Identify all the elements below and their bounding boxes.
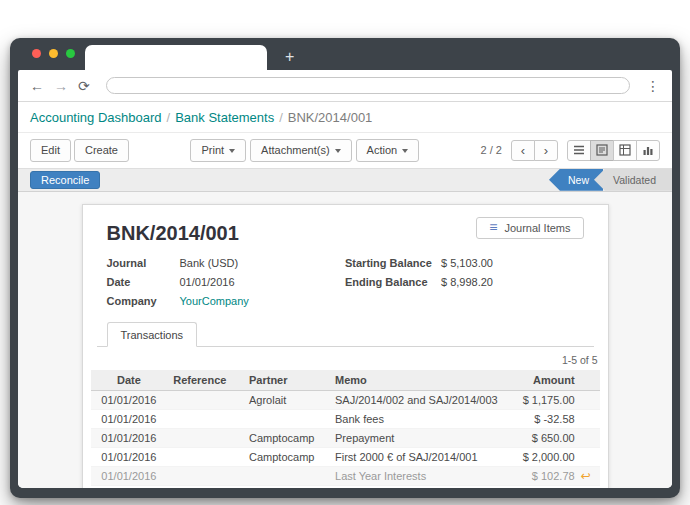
cell-reference xyxy=(167,447,243,466)
browser-window: + ← → ⟳ ⋮ Accounting Dashboard/Bank Stat… xyxy=(10,38,680,498)
cell-partner: Camptocamp xyxy=(243,447,329,466)
cell-partner xyxy=(243,466,329,485)
column-header-partner[interactable]: Partner xyxy=(243,370,329,391)
odoo-app: Accounting Dashboard/Bank Statements/BNK… xyxy=(18,102,672,488)
table-row[interactable]: 01/01/2016 Bank fees $ -32.58 xyxy=(91,409,600,428)
close-button[interactable] xyxy=(32,49,41,58)
cell-amount: $ 650.00 xyxy=(504,428,581,447)
cell-memo: First 2000 € of SAJ/2014/001 xyxy=(329,447,504,466)
list-pager-value: 1-5 of 5 xyxy=(93,354,598,366)
cell-partner: Camptocamp xyxy=(243,428,329,447)
date-field-label: Date xyxy=(107,276,180,288)
form-view-button[interactable] xyxy=(590,140,614,161)
cell-actions xyxy=(581,447,600,466)
minimize-button[interactable] xyxy=(49,49,58,58)
edit-button[interactable]: Edit xyxy=(30,139,71,162)
new-tab-button[interactable]: + xyxy=(285,49,294,65)
action-dropdown-button[interactable]: Action xyxy=(356,139,420,162)
cell-amount: $ 1,175.00 xyxy=(504,390,581,409)
ending-balance-label: Ending Balance xyxy=(345,276,441,288)
bank-statement-sheet: ≡ Journal Items BNK/2014/001 Journal Ban… xyxy=(82,204,609,488)
cell-partner: Agrolait xyxy=(243,390,329,409)
breadcrumb-bank-statements[interactable]: Bank Statements xyxy=(175,110,274,125)
form-view-container: ≡ Journal Items BNK/2014/001 Journal Ban… xyxy=(18,192,672,488)
create-button[interactable]: Create xyxy=(74,139,129,162)
cell-reference xyxy=(167,428,243,447)
column-header-reference[interactable]: Reference xyxy=(167,370,243,391)
company-field-link[interactable]: YourCompany xyxy=(180,295,249,307)
control-panel: Edit Create Print Attachment(s) Action 2… xyxy=(18,133,672,168)
journal-items-button[interactable]: ≡ Journal Items xyxy=(476,217,583,239)
cell-amount: $ -32.58 xyxy=(504,409,581,428)
print-dropdown-button[interactable]: Print xyxy=(190,139,246,162)
form-view-icon xyxy=(596,144,608,156)
kebab-menu-icon[interactable]: ⋮ xyxy=(646,79,660,93)
table-row[interactable]: 01/01/2016 Camptocamp First 2000 € of SA… xyxy=(91,447,600,466)
breadcrumb-separator: / xyxy=(279,110,283,125)
action-label: Action xyxy=(367,144,398,156)
ending-balance-value: $ 8,998.20 xyxy=(441,276,493,288)
forward-icon[interactable]: → xyxy=(54,79,68,93)
window-controls xyxy=(32,49,75,58)
cell-memo: Last Year Interests xyxy=(329,466,504,485)
cell-memo: Bank fees xyxy=(329,409,504,428)
attachment-dropdown-button[interactable]: Attachment(s) xyxy=(250,139,351,162)
caret-down-icon xyxy=(229,149,235,153)
starting-balance-label: Starting Balance xyxy=(345,257,441,269)
journal-field-label: Journal xyxy=(107,257,180,269)
transactions-table-zone: 1-5 of 5 Date Reference Partner Memo Amo… xyxy=(91,354,600,486)
cell-actions xyxy=(581,390,600,409)
company-field-label: Company xyxy=(107,295,180,307)
maximize-button[interactable] xyxy=(66,49,75,58)
status-validated[interactable]: Validated xyxy=(594,169,672,191)
breadcrumb-separator: / xyxy=(167,110,171,125)
print-label: Print xyxy=(201,144,224,156)
column-header-memo[interactable]: Memo xyxy=(329,370,504,391)
transactions-table: Date Reference Partner Memo Amount xyxy=(91,370,600,486)
cell-reference xyxy=(167,390,243,409)
cell-reference xyxy=(167,466,243,485)
browser-tab-strip: + xyxy=(18,38,672,70)
back-icon[interactable]: ← xyxy=(30,79,44,93)
hamburger-icon: ≡ xyxy=(489,222,497,233)
pager-next-button[interactable]: › xyxy=(534,140,558,161)
cell-date: 01/01/2016 xyxy=(91,428,168,447)
cell-reference xyxy=(167,409,243,428)
reconcile-button[interactable]: Reconcile xyxy=(30,171,100,189)
table-row[interactable]: 01/01/2016 Agrolait SAJ/2014/002 and SAJ… xyxy=(91,390,600,409)
status-bar: Reconcile New Validated xyxy=(18,168,672,192)
cell-actions xyxy=(581,409,600,428)
browser-content: ← → ⟳ ⋮ Accounting Dashboard/Bank Statem… xyxy=(18,70,672,488)
column-header-amount[interactable]: Amount xyxy=(504,370,581,391)
caret-down-icon xyxy=(335,149,341,153)
cell-amount: $ 102.78 xyxy=(504,466,581,485)
breadcrumb-accounting-dashboard[interactable]: Accounting Dashboard xyxy=(30,110,162,125)
column-header-actions xyxy=(581,370,600,391)
cell-partner xyxy=(243,409,329,428)
pager-previous-button[interactable]: ‹ xyxy=(511,140,535,161)
pivot-view-icon xyxy=(619,144,631,156)
table-row[interactable]: 01/01/2016 Camptocamp Prepayment $ 650.0… xyxy=(91,428,600,447)
cell-date: 01/01/2016 xyxy=(91,390,168,409)
attachment-label: Attachment(s) xyxy=(261,144,329,156)
cell-amount: $ 2,000.00 xyxy=(504,447,581,466)
address-bar[interactable] xyxy=(106,77,630,94)
journal-items-label: Journal Items xyxy=(504,222,570,234)
cell-date: 01/01/2016 xyxy=(91,409,168,428)
table-row[interactable]: 01/01/2016 Last Year Interests $ 102.78 … xyxy=(91,466,600,485)
cell-memo: SAJ/2014/002 and SAJ/2014/003 xyxy=(329,390,504,409)
undo-icon[interactable]: ↩ xyxy=(581,469,591,483)
graph-view-button[interactable] xyxy=(636,140,660,161)
caret-down-icon xyxy=(402,149,408,153)
cell-actions xyxy=(581,428,600,447)
statusbar-states: New Validated xyxy=(549,169,672,191)
starting-balance-value: $ 5,103.00 xyxy=(441,257,493,269)
pivot-view-button[interactable] xyxy=(613,140,637,161)
browser-tab[interactable] xyxy=(85,45,267,70)
notebook-tabs: Transactions xyxy=(97,322,594,347)
graph-view-icon xyxy=(642,144,654,156)
column-header-date[interactable]: Date xyxy=(91,370,168,391)
tab-transactions[interactable]: Transactions xyxy=(107,322,198,347)
reload-icon[interactable]: ⟳ xyxy=(78,79,90,93)
list-view-button[interactable] xyxy=(567,140,591,161)
